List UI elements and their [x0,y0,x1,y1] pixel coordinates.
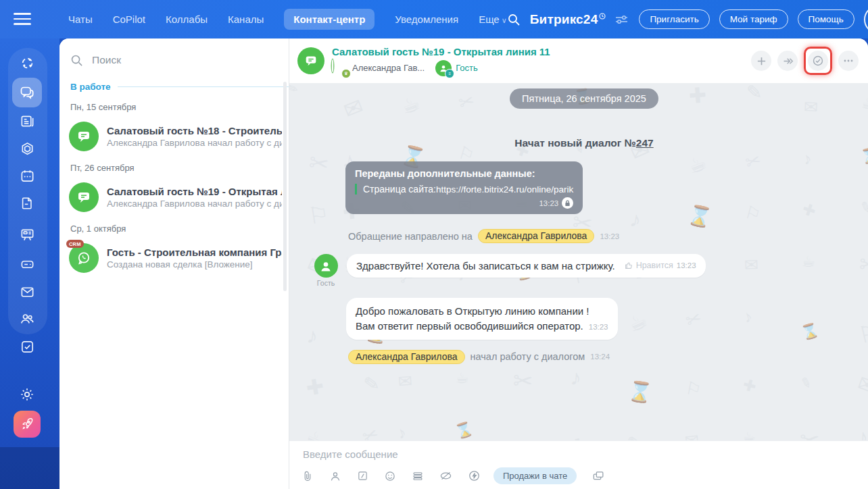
wallpaper-doodle: ☕ [456,371,469,386]
chat-search-input[interactable] [91,53,276,67]
list-scrollbar[interactable] [283,82,287,291]
mail-icon[interactable] [12,277,42,307]
composer-toolbar: Продажи в чате [302,467,856,484]
agent-name-pill[interactable]: Александра Гаврилова [478,229,595,243]
chat-search [59,38,289,71]
agent-name-pill[interactable]: Александра Гаврилова [348,350,465,364]
attach-file-icon[interactable] [302,470,314,482]
annotation-highlight [804,47,832,75]
participant-guest[interactable]: ≡ Гость [435,60,478,76]
messenger-icon[interactable] [12,78,42,107]
message-input[interactable] [302,448,859,461]
wallpaper-doodle: ✚ [305,376,326,399]
openline-badge-icon: ≡ [445,69,454,78]
emoji-smiley-icon[interactable] [384,470,396,482]
mention-person-icon[interactable] [329,470,341,482]
nav-contact-center[interactable]: Контакт-центр [284,9,375,30]
openline-chat-icon [69,122,99,151]
section-in-progress: В работе [59,71,289,95]
wallpaper-doodle: ✉ [854,371,868,398]
settings-gear-icon[interactable] [12,380,42,409]
documents-icon[interactable] [12,188,42,218]
wallpaper-doodle: ✉ [397,372,413,390]
employees-icon[interactable] [12,304,42,334]
calendar-icon[interactable] [12,161,42,190]
system-card-title: Переданы дополнительные данные: [355,168,573,179]
logo-text: Битрикс24 [530,12,598,27]
more-options-button[interactable] [838,51,859,71]
invite-button[interactable]: Пригласить [639,9,709,29]
chat-list-item[interactable]: CRM Гость - Строительная компания Гран..… [59,239,289,277]
automation-icon[interactable] [12,134,42,163]
nav-more[interactable]: Еще∨ [479,14,507,25]
nav-copilot[interactable]: CoPilot [113,14,145,25]
chat-item-subtitle: Создана новая сделка [Вложение] [107,259,282,269]
help-button[interactable]: Помощь [798,9,854,29]
content-area: В работе Пн, 15 сентября Салатовый гость… [59,38,868,489]
chat-item-subtitle: Александра Гаврилова начал работу с ди..… [107,138,282,148]
messages-scroll: Пятница, 26 сентября 2025 Начат новый ди… [289,83,868,364]
tasks-icon[interactable] [12,332,42,361]
system-data-card: Переданы дополнительные данные: Страница… [345,161,583,214]
quote-icon[interactable] [357,470,368,482]
started-text: начал работу с диалогом [471,351,585,362]
market-rocket-icon[interactable] [14,411,41,438]
chat-item-texts: Гость - Строительная компания Гран... Со… [107,247,282,269]
section-label: В работе [70,82,111,92]
lock-icon [562,197,573,209]
wallpaper-doodle: ✎ [362,374,381,395]
nav-collabs[interactable]: Коллабы [166,14,208,25]
system-card-row: Страница сайта:https://forte.bitrix24.ru… [355,184,573,195]
topbar-right: Битрикс24 Пригласить Мой тариф Помощь 18… [507,5,868,34]
my-tariff-button[interactable]: Мой тариф [719,9,788,29]
nav-chats[interactable]: Чаты [68,14,93,25]
topbar: Чаты CoPilot Коллабы Каналы Контакт-цент… [0,0,868,38]
wallpaper-doodle: ✚ [742,377,758,395]
openline-chat-icon [69,182,99,212]
chat-list-item[interactable]: Салатовый гость №19 - Открытая ли... Але… [59,178,289,216]
chat-participants: ♛ Александра Гав... ≡ Гость [332,60,550,76]
dialog-start-prefix: Начат новый диалог № [514,137,636,149]
chat-item-texts: Салатовый гость №18 - Строительна... Але… [107,125,282,148]
nav-channels[interactable]: Каналы [228,14,264,25]
dialog-number[interactable]: 247 [636,137,654,149]
wallpaper-doodle: ✉ [684,432,700,440]
main-menu-icon[interactable] [14,11,31,27]
wallpaper-doodle: ✎ [798,375,813,391]
like-button[interactable]: Нравится [625,261,673,270]
welcome-line-1: Добро пожаловать в Открытую линию компан… [356,304,608,319]
dialog-start-line: Начат новый диалог №247 [314,137,854,149]
add-participant-button[interactable] [751,51,771,71]
news-icon[interactable] [12,106,42,136]
crm-sales-chat-button[interactable]: Продажи в чате [493,467,577,484]
routing-prefix: Обращение направлено на [348,231,473,242]
wallpaper-doodle: ✂ [360,425,381,440]
copy-duplicate-icon[interactable] [592,469,605,482]
like-label: Нравится [636,261,673,270]
system-card-url[interactable]: https://forte.bitrix24.ru/online/parik [436,184,573,195]
boards-icon[interactable] [12,220,42,249]
wallpaper-doodle: ✂ [512,368,533,392]
nav-notifications[interactable]: Уведомления [395,14,458,25]
filter-sliders-icon[interactable] [615,14,628,25]
workday-timer[interactable]: 18:49 [864,5,868,34]
participant-agent[interactable]: ♛ Александра Гав... [332,60,425,76]
guest-message-row: Гость Здравствуйте! Хотела бы записаться… [314,254,854,287]
bitrix24-logo[interactable]: Битрикс24 [530,12,606,27]
wallpaper-doodle: ☕ [302,426,327,440]
chat-list-item[interactable]: Салатовый гость №18 - Строительна... Але… [59,118,289,155]
guest-avatar[interactable] [314,254,338,278]
drive-icon[interactable] [12,249,42,279]
participant-name: Гость [456,63,478,73]
hidden-message-icon[interactable] [439,469,452,482]
feed-icon[interactable] [12,48,42,78]
saved-replies-icon[interactable] [412,470,424,482]
chat-item-title: Салатовый гость №18 - Строительна... [107,125,282,136]
forward-button[interactable] [777,51,798,71]
search-icon [70,54,83,67]
system-card-label: Страница сайта: [363,184,436,195]
search-icon[interactable] [507,13,521,26]
close-dialog-check-button[interactable] [808,51,828,71]
quick-action-icon[interactable] [468,469,481,482]
routing-system-row: Обращение направлено на Александра Гаври… [348,229,854,243]
